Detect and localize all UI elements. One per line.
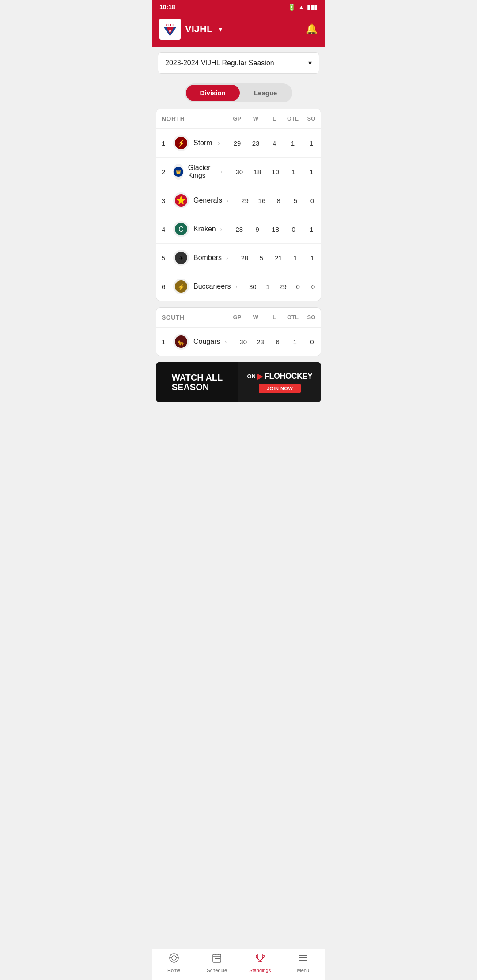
chevron-right-icon: › [226, 254, 231, 261]
header-chevron-icon[interactable]: ▾ [219, 25, 222, 34]
svg-text:⚡: ⚡ [178, 283, 185, 291]
chevron-right-icon: › [220, 226, 225, 233]
svg-text:VIJHL: VIJHL [166, 23, 175, 26]
chevron-right-icon: › [227, 197, 231, 204]
chevron-right-icon: › [218, 139, 223, 147]
col-l-north: L [265, 109, 284, 128]
north-division-table: NORTH GP W L OTL SO 1 ⚡ Storm › 29 23 [156, 109, 321, 301]
north-division-label: NORTH [156, 109, 228, 128]
status-icons: 🔋 ▲ ▮▮▮ [288, 4, 318, 11]
col-so-south: SO [302, 308, 321, 327]
svg-text:⚡: ⚡ [178, 139, 186, 147]
flo-hockey-text: FLOHOCKEY [265, 372, 313, 381]
col-gp-north: GP [228, 109, 246, 128]
table-row[interactable]: 6 ⚡ Buccaneers › 30 1 29 0 0 [156, 272, 321, 301]
chevron-right-icon: › [220, 168, 225, 175]
table-row[interactable]: 1 ⚡ Storm › 29 23 4 1 1 [156, 129, 321, 158]
ad-text-line2: SEASON [172, 382, 223, 392]
chevron-right-icon: › [235, 283, 240, 290]
col-w-south: W [246, 308, 265, 327]
col-otl-south: OTL [284, 308, 302, 327]
svg-text:C: C [178, 226, 184, 233]
ad-right: ON ▶ FLOHOCKEY JOIN NOW [238, 362, 321, 402]
status-time: 10:18 [159, 4, 175, 11]
tab-league[interactable]: League [240, 85, 292, 101]
vijhl-logo: VIJHL V [159, 19, 181, 40]
svg-text:✈: ✈ [178, 255, 184, 262]
cougars-logo: 🐆 [173, 334, 189, 350]
cell-icon: ▮▮▮ [307, 4, 318, 11]
svg-text:V: V [169, 30, 171, 34]
buccaneers-logo: ⚡ [173, 279, 189, 294]
south-division-header: SOUTH GP W L OTL SO [156, 308, 321, 328]
storm-logo: ⚡ [173, 135, 189, 151]
notification-bell-icon[interactable]: 🔔 [306, 23, 318, 35]
south-division-label: SOUTH [156, 308, 228, 327]
table-row[interactable]: 5 ✈ Bombers › 28 5 21 1 1 [156, 244, 321, 272]
table-row[interactable]: 1 🐆 Cougars › 30 23 6 1 0 [156, 328, 321, 356]
status-bar: 10:18 🔋 ▲ ▮▮▮ [152, 0, 325, 14]
north-division-header: NORTH GP W L OTL SO [156, 109, 321, 129]
ad-text-line1: WATCH ALL [172, 373, 223, 382]
table-row[interactable]: 4 C Kraken › 28 9 18 0 1 [156, 215, 321, 244]
division-league-tabs: Division League [185, 83, 293, 102]
app-header: VIJHL V VIJHL ▾ 🔔 [152, 14, 325, 47]
col-l-south: L [265, 308, 284, 327]
col-w-north: W [246, 109, 265, 128]
wifi-icon: ▲ [298, 4, 304, 11]
south-division-table: SOUTH GP W L OTL SO 1 🐆 Cougars › 30 2 [156, 307, 321, 356]
col-otl-north: OTL [284, 109, 302, 128]
flo-logo: ON ▶ FLOHOCKEY [247, 372, 312, 381]
ad-left: WATCH ALL SEASON [156, 362, 238, 402]
col-gp-south: GP [228, 308, 246, 327]
tab-division[interactable]: Division [186, 85, 240, 101]
svg-text:👑: 👑 [176, 170, 181, 175]
col-so-north: SO [302, 109, 321, 128]
table-row[interactable]: 3 Generals › 29 16 8 5 0 [156, 186, 321, 215]
ad-banner[interactable]: WATCH ALL SEASON ON ▶ FLOHOCKEY JOIN NOW [156, 362, 321, 402]
header-title: VIJHL [185, 23, 212, 35]
join-now-button[interactable]: JOIN NOW [259, 384, 301, 393]
season-chevron-icon: ▾ [308, 59, 312, 67]
svg-text:🐆: 🐆 [178, 339, 185, 346]
header-left[interactable]: VIJHL V VIJHL ▾ [159, 19, 222, 40]
generals-logo [173, 192, 189, 208]
season-label: 2023-2024 VIJHL Regular Seasion [165, 59, 274, 67]
kraken-logo: C [173, 221, 189, 237]
bombers-logo: ✈ [173, 250, 189, 266]
glacier-kings-logo: 👑 [173, 164, 184, 180]
table-row[interactable]: 2 👑 Glacier Kings › 30 18 10 1 1 [156, 158, 321, 186]
battery-icon: 🔋 [288, 4, 295, 11]
on-text: ON [247, 373, 256, 380]
chevron-right-icon: › [224, 338, 229, 345]
flo-arrow-icon: ▶ [257, 372, 263, 381]
season-selector[interactable]: 2023-2024 VIJHL Regular Seasion ▾ [158, 52, 319, 74]
